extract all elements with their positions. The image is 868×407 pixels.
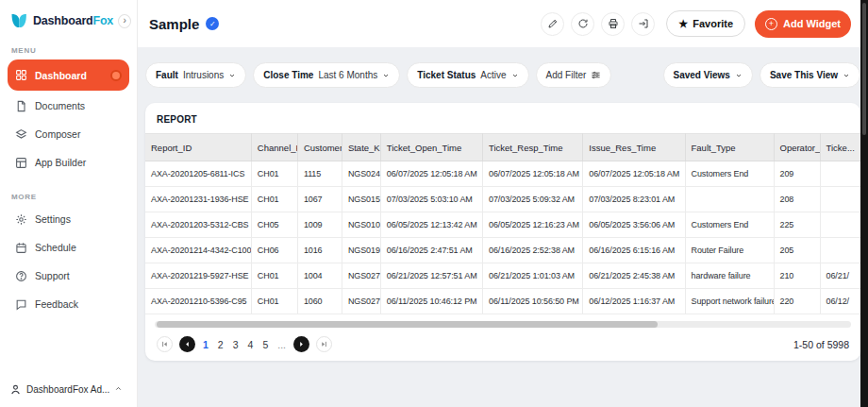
filter-value: Intrusions [183, 70, 224, 80]
filter-chip-ticket-status[interactable]: Ticket Status Active [407, 62, 528, 88]
gear-icon [15, 213, 27, 226]
pencil-icon [547, 18, 559, 29]
table-row[interactable]: AXA-20201231-1936-HSECH011067NGS01507/03… [145, 187, 860, 212]
table-cell: Customers End [685, 161, 774, 187]
favorite-button[interactable]: ★ Favorite [666, 10, 745, 37]
column-header[interactable]: Customer_... [297, 134, 342, 161]
chevron-down-icon [511, 72, 519, 79]
printer-icon [608, 18, 619, 29]
filter-chip-close-time[interactable]: Close Time Last 6 Months [253, 62, 400, 88]
table-cell: 06/05/2025 12:16:23 AM [483, 212, 583, 238]
filter-value: Last 6 Months [318, 70, 377, 80]
previous-page-button[interactable] [179, 336, 195, 352]
sidebar-item-label: Support [35, 270, 70, 281]
column-header[interactable]: Operator_ID [774, 134, 820, 161]
first-page-button[interactable] [157, 336, 173, 352]
table-cell: AXA-20201210-5396-C95 [145, 289, 251, 314]
saved-views-button[interactable]: Saved Views [663, 62, 753, 88]
table-cell [820, 187, 860, 212]
verified-badge-icon: ✓ [206, 17, 219, 30]
app-builder-icon [15, 157, 27, 169]
sidebar-item-settings[interactable]: Settings [8, 206, 129, 232]
filter-value: Active [480, 70, 506, 80]
column-header[interactable]: Issue_Res_Time [583, 134, 685, 161]
column-header[interactable]: Report_ID [145, 134, 251, 161]
vertical-scrollbar-thumb[interactable] [862, 3, 866, 135]
page-number[interactable]: 5 [261, 339, 269, 350]
table-cell [685, 187, 774, 212]
export-button[interactable] [631, 12, 655, 36]
pagination-range: 1-50 of 5998 [793, 339, 849, 350]
refresh-button[interactable] [571, 12, 594, 36]
filter-label: Ticket Status [417, 70, 476, 80]
column-header[interactable]: State_Key [342, 134, 380, 161]
page-number[interactable]: 2 [217, 339, 225, 350]
table-row[interactable]: AXA-20201214-4342-C100CH061016NGS01906/1… [145, 238, 860, 263]
filter-chip-fault[interactable]: Fault Intrusions [145, 62, 246, 88]
sidebar-item-dashboard[interactable]: Dashboard [8, 59, 129, 91]
table-cell: 07/03/2025 5:09:32 AM [483, 187, 583, 212]
table-row[interactable]: AXA-20201210-5396-C95CH011060NGS02706/11… [145, 289, 860, 314]
sidebar-item-composer[interactable]: Composer [8, 121, 129, 147]
page-number[interactable]: 1 [202, 339, 209, 350]
table-cell [820, 161, 860, 187]
refresh-icon [577, 18, 589, 29]
horizontal-scrollbar-thumb[interactable] [157, 321, 658, 328]
horizontal-scrollbar[interactable] [155, 321, 851, 328]
table-cell: 06/05/2025 12:13:42 AM [380, 212, 482, 238]
sidebar-account[interactable]: DashboardFox Ad... [0, 374, 137, 407]
brand-part2: Fox [93, 14, 114, 27]
sidebar-item-feedback[interactable]: Feedback [8, 291, 129, 317]
chevron-up-icon[interactable] [114, 384, 123, 395]
table-cell: AXA-20201219-5927-HSE [145, 263, 251, 289]
table-cell: NGS019 [342, 238, 380, 263]
sidebar-item-label: Composer [35, 128, 80, 140]
table-row[interactable]: AXA-20201219-5927-HSECH011004NGS02706/21… [145, 263, 860, 289]
vertical-scrollbar[interactable] [860, 0, 868, 407]
last-page-button[interactable] [316, 336, 332, 352]
column-header[interactable]: Ticke... [820, 134, 860, 161]
page-number[interactable]: 4 [247, 339, 255, 350]
document-icon [15, 100, 27, 112]
sidebar-collapse-button[interactable]: › [118, 14, 131, 28]
column-header[interactable]: Ticket_Open_Time [380, 134, 482, 161]
pagination-pages: 12345... [202, 339, 287, 350]
table-cell: 06/12/2025 1:16:37 AM [583, 289, 685, 314]
table-cell: 1067 [297, 187, 342, 212]
table-row[interactable]: AXA-20201205-6811-ICSCH011115NGS02406/07… [145, 161, 860, 187]
table-cell: 06/21/2025 2:45:38 AM [583, 263, 685, 289]
sidebar-item-documents[interactable]: Documents [8, 93, 129, 119]
page-number[interactable]: 3 [232, 339, 240, 350]
chevron-down-icon [228, 72, 236, 79]
table-cell: 06/21/2025 12:57:51 AM [380, 263, 482, 289]
column-header[interactable]: Channel_Key [251, 134, 297, 161]
sidebar-item-app-builder[interactable]: App Builder [8, 149, 129, 176]
table-row[interactable]: AXA-20201203-5312-CBSCH051009NGS01006/05… [145, 212, 860, 238]
column-header[interactable]: Fault_Type [685, 134, 774, 161]
help-icon [15, 270, 27, 282]
table-cell: 06/05/2025 3:56:06 AM [583, 212, 685, 238]
column-header[interactable]: Ticket_Resp_Time [483, 134, 583, 161]
table-cell: 210 [774, 263, 820, 289]
report-table-wrap: Report_IDChannel_KeyCustomer_...State_Ke… [145, 133, 860, 314]
sidebar-item-label: Schedule [35, 242, 76, 253]
table-cell: 209 [774, 161, 820, 187]
table-cell: 205 [774, 238, 820, 263]
dashboard-icon [15, 69, 27, 81]
table-cell: CH06 [251, 238, 297, 263]
edit-button[interactable] [541, 12, 564, 36]
sidebar-item-support[interactable]: Support [8, 263, 129, 289]
table-cell: Customers End [685, 212, 774, 238]
next-page-button[interactable] [293, 336, 309, 352]
add-widget-button[interactable]: + Add Widget [755, 10, 851, 38]
add-filter-button[interactable]: Add Filter [536, 62, 612, 88]
print-button[interactable] [601, 12, 625, 36]
report-table-header-row: Report_IDChannel_KeyCustomer_...State_Ke… [145, 134, 860, 161]
more-section-label: MORE [0, 186, 137, 205]
table-cell: 1009 [297, 212, 342, 238]
logo-row: DashboardFox › [0, 0, 137, 40]
table-cell: 1060 [297, 289, 342, 314]
save-this-view-button[interactable]: Save This View [760, 62, 860, 88]
table-cell: CH05 [251, 212, 297, 238]
sidebar-item-schedule[interactable]: Schedule [8, 234, 129, 261]
